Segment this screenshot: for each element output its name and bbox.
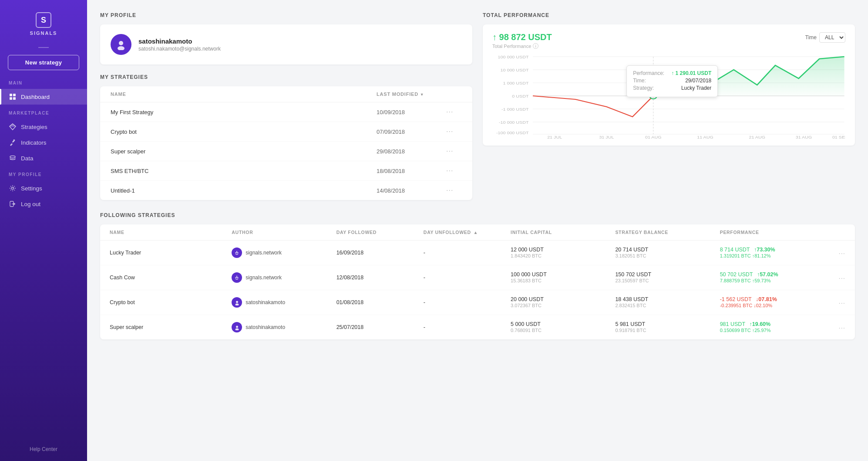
- table-row[interactable]: Crypto bot 07/09/2018 ···: [100, 122, 472, 142]
- sidebar-divider: [38, 47, 49, 48]
- svg-text:-10 000 USDT: -10 000 USDT: [499, 120, 529, 125]
- table-row[interactable]: Untitled-1 14/08/2018 ···: [100, 181, 472, 200]
- tooltip-strategy-label: Strategy:: [633, 85, 654, 91]
- time-dropdown[interactable]: ALL 1M 3M 6M 1Y: [819, 32, 845, 43]
- sidebar-item-strategies[interactable]: Strategies: [0, 119, 87, 135]
- sidebar-section-marketplace: MARKETPLACE: [0, 111, 87, 119]
- strategy-menu-button[interactable]: ···: [446, 128, 462, 136]
- following-strategy-balance: 5 981 USDT0.918791 BTC: [615, 321, 720, 333]
- strategies-rows: My First Strategy 10/09/2018 ··· Crypto …: [100, 102, 472, 200]
- following-table-row[interactable]: Super scalper satoshinakamoto 25/07/2018…: [100, 315, 855, 339]
- sidebar-item-logout[interactable]: Log out: [0, 196, 87, 212]
- time-label: Time: [805, 34, 817, 41]
- help-center-link[interactable]: Help Center: [9, 446, 78, 452]
- following-name: Super scalper: [110, 324, 232, 330]
- strategy-name: SMS ETH/BTC: [111, 168, 377, 174]
- following-day-followed: 25/07/2018: [336, 324, 424, 330]
- sidebar-item-settings[interactable]: Settings: [0, 180, 87, 196]
- sidebar-item-indicators-label: Indicators: [21, 139, 47, 146]
- sidebar-item-data[interactable]: Data: [0, 150, 87, 166]
- strategy-date: 07/09/2018: [377, 129, 446, 135]
- strategies-section: MY STRATEGIES NAME LAST MODIFIED ▼ My Fi…: [100, 74, 472, 200]
- new-strategy-button[interactable]: New strategy: [8, 55, 79, 70]
- sidebar-section-main: MAIN: [0, 81, 87, 89]
- table-row[interactable]: Super scalper 29/08/2018 ···: [100, 142, 472, 161]
- following-performance: -1 562 USDT ↓07.81% -0.239951 BTC ↓02.10…: [720, 296, 833, 308]
- svg-point-40: [236, 325, 238, 328]
- following-day-followed: 16/09/2018: [336, 250, 424, 256]
- following-performance: 8 714 USDT ↑73.30% 1.319201 BTC ↑81.12%: [720, 247, 833, 259]
- sidebar-item-dashboard-label: Dashboard: [21, 94, 50, 100]
- following-day-unfollowed: -: [424, 275, 511, 281]
- sidebar-item-settings-label: Settings: [21, 185, 42, 192]
- strategy-date: 29/08/2018: [377, 148, 446, 155]
- sidebar-item-indicators[interactable]: Indicators: [0, 135, 87, 150]
- svg-text:31 AUG: 31 AUG: [796, 135, 812, 139]
- following-initial-capital: 20 000 USDT3.072367 BTC: [511, 296, 615, 308]
- following-table-row[interactable]: Crypto bot satoshinakamoto 01/08/2018 - …: [100, 290, 855, 315]
- following-performance: 50 702 USDT ↑57.02% 7.888759 BTC ↑59.73%: [720, 271, 833, 284]
- fcol-name: NAME: [110, 230, 232, 235]
- tooltip-perf-value: ↑ 1 290.01 USDT: [671, 70, 711, 76]
- following-day-unfollowed: -: [424, 324, 511, 330]
- strategy-menu-button[interactable]: ···: [446, 186, 462, 194]
- following-name: Lucky Trader: [110, 250, 232, 256]
- svg-rect-2: [10, 97, 12, 100]
- following-table-row[interactable]: Cash Cow signals.network 12/08/2018 - 10…: [100, 265, 855, 290]
- fcol-followed: DAY FOLLOWED: [336, 230, 424, 235]
- chart-tooltip: Performance: ↑ 1 290.01 USDT Time: 29/07…: [626, 65, 718, 97]
- following-menu-button[interactable]: ···: [833, 274, 845, 281]
- strategy-name: Untitled-1: [111, 187, 377, 194]
- tooltip-perf-label: Performance:: [633, 70, 664, 76]
- sidebar-item-data-label: Data: [21, 155, 34, 162]
- following-section-title: FOLLOWING STRATEGIES: [100, 212, 855, 218]
- fcol-performance: PERFORMANCE: [720, 230, 833, 235]
- following-menu-button[interactable]: ···: [833, 324, 845, 331]
- svg-text:21 JUL: 21 JUL: [547, 135, 562, 139]
- sidebar-item-logout-label: Log out: [21, 201, 40, 207]
- svg-text:31 JUL: 31 JUL: [599, 135, 614, 139]
- fcol-initial: INITIAL CAPITAL: [511, 230, 615, 235]
- author-avatar: [232, 247, 242, 258]
- strategy-menu-button[interactable]: ···: [446, 167, 462, 175]
- following-strategy-balance: 18 438 USDT2.832415 BTC: [615, 296, 720, 308]
- svg-rect-1: [13, 94, 16, 96]
- svg-text:-100 000 USDT: -100 000 USDT: [496, 131, 528, 135]
- performance-label: Total Performance i: [492, 43, 552, 49]
- following-day-followed: 01/08/2018: [336, 299, 424, 305]
- following-menu-button[interactable]: ···: [833, 299, 845, 306]
- sidebar-bottom: Help Center: [0, 437, 87, 461]
- svg-text:100 000 USDT: 100 000 USDT: [498, 55, 529, 59]
- svg-point-8: [12, 187, 14, 190]
- strategy-date: 18/08/2018: [377, 168, 446, 174]
- performance-value: ↑ 98 872 USDT: [492, 32, 552, 42]
- sidebar-logo: S SIGNALS: [0, 0, 87, 43]
- right-column: TOTAL PERFORMANCE ↑ 98 872 USDT Total Pe…: [483, 12, 855, 200]
- table-row[interactable]: My First Strategy 10/09/2018 ···: [100, 102, 472, 122]
- sidebar-item-dashboard[interactable]: Dashboard: [0, 89, 87, 105]
- fcol-author: AUTHOR: [232, 230, 336, 235]
- tooltip-time-value: 29/07/2018: [685, 78, 711, 84]
- table-row[interactable]: SMS ETH/BTC 18/08/2018 ···: [100, 161, 472, 181]
- following-strategy-balance: 20 714 USDT3.182051 BTC: [615, 247, 720, 259]
- profile-section-title: MY PROFILE: [100, 12, 472, 18]
- avatar: [111, 34, 131, 55]
- following-performance: 981 USDT ↑19.60% 0.150699 BTC ↑25.97%: [720, 321, 833, 333]
- following-initial-capital: 5 000 USDT0.768091 BTC: [511, 321, 615, 333]
- tooltip-strategy-value: Lucky Trader: [681, 85, 711, 91]
- performance-section-title: TOTAL PERFORMANCE: [483, 12, 855, 18]
- svg-text:0 USDT: 0 USDT: [512, 94, 528, 98]
- svg-text:21 AUG: 21 AUG: [749, 135, 765, 139]
- performance-header: ↑ 98 872 USDT Total Performance i Time A…: [492, 32, 845, 49]
- info-icon: i: [533, 43, 538, 49]
- following-menu-button[interactable]: ···: [833, 249, 845, 257]
- profile-email: satoshi.nakamoto@signals.network: [138, 46, 221, 52]
- following-table-row[interactable]: Lucky Trader signals.network 16/09/2018 …: [100, 241, 855, 265]
- strategy-menu-button[interactable]: ···: [446, 108, 462, 116]
- strategy-name: Crypto bot: [111, 129, 377, 135]
- following-initial-capital: 100 000 USDT15.36183 BTC: [511, 271, 615, 284]
- svg-text:11 AUG: 11 AUG: [697, 135, 713, 139]
- following-day-followed: 12/08/2018: [336, 275, 424, 281]
- performance-card: ↑ 98 872 USDT Total Performance i Time A…: [483, 24, 855, 146]
- strategy-menu-button[interactable]: ···: [446, 147, 462, 155]
